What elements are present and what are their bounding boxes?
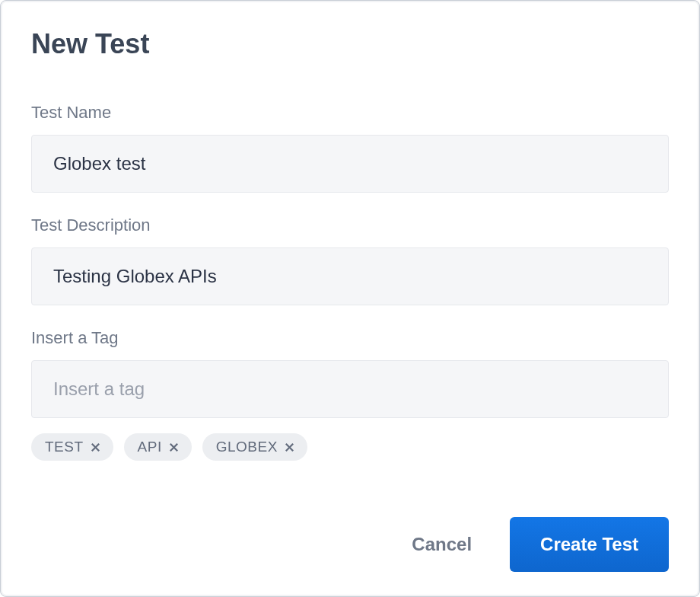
- insert-tag-label: Insert a Tag: [31, 328, 669, 348]
- tag-chip: GLOBEX: [202, 433, 307, 461]
- tag-label: GLOBEX: [216, 439, 278, 455]
- test-name-input[interactable]: [31, 135, 669, 193]
- tag-chip: TEST: [31, 433, 113, 461]
- remove-tag-icon[interactable]: [168, 442, 180, 453]
- remove-tag-icon[interactable]: [284, 442, 295, 453]
- tag-chip: API: [124, 433, 192, 461]
- cancel-button[interactable]: Cancel: [404, 525, 479, 564]
- remove-tag-icon[interactable]: [90, 442, 101, 453]
- test-description-input[interactable]: [31, 247, 669, 305]
- tag-input[interactable]: [31, 360, 669, 418]
- test-description-label: Test Description: [31, 215, 669, 235]
- tag-list: TEST API GLOBEX: [31, 433, 669, 461]
- dialog-title: New Test: [31, 28, 669, 60]
- dialog-footer: Cancel Create Test: [31, 517, 669, 572]
- tag-label: TEST: [45, 439, 84, 455]
- test-name-label: Test Name: [31, 103, 669, 123]
- tag-label: API: [138, 439, 162, 455]
- create-test-button[interactable]: Create Test: [510, 517, 669, 572]
- new-test-dialog: New Test Test Name Test Description Inse…: [0, 0, 700, 597]
